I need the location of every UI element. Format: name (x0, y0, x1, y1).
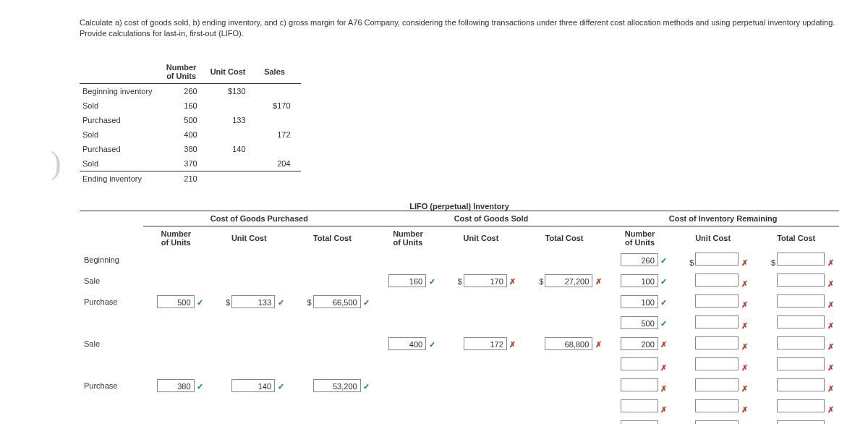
answer-field[interactable]: 160 (388, 274, 426, 287)
tx-units: 210 (163, 171, 208, 186)
grade-mark: ✗ (826, 321, 835, 331)
answer-field[interactable]: 133 (231, 295, 275, 308)
grade-mark: ✗ (740, 342, 749, 352)
answer-field[interactable]: 500 (621, 316, 658, 329)
answer-field[interactable]: 68,800 (545, 337, 592, 350)
main-title: LIFO (perpetual) Inventory (409, 202, 509, 211)
answer-field[interactable] (777, 420, 825, 424)
grade-mark: ✗ (594, 340, 603, 349)
tx-label: Sold (80, 98, 163, 113)
answer-field[interactable] (621, 378, 658, 391)
tx-sales: $170 (256, 98, 301, 113)
grade-mark: ✓ (660, 256, 668, 266)
answer-field[interactable] (621, 420, 658, 424)
grade-mark: ✗ (826, 342, 835, 352)
decorative-paren: ) (51, 145, 61, 182)
answer-field[interactable] (621, 357, 658, 370)
grade-mark: ✗ (509, 340, 517, 349)
answer-field[interactable]: 172 (464, 337, 507, 350)
grade-mark: ✗ (660, 340, 668, 349)
answer-field[interactable] (777, 274, 825, 287)
grade-mark: ✗ (740, 405, 749, 415)
currency-prefix: $ (458, 277, 462, 286)
answer-field[interactable]: 400 (388, 337, 426, 350)
tx-sales (256, 171, 301, 186)
tx-cost (208, 98, 256, 113)
tx-units: 260 (163, 83, 208, 98)
answer-field[interactable]: 170 (464, 274, 507, 287)
section-purchased: Cost of Goods Purchased (143, 211, 375, 226)
answer-field[interactable] (695, 294, 739, 308)
answer-field[interactable] (695, 357, 739, 370)
answer-field[interactable] (777, 378, 825, 391)
grade-mark: ✓ (362, 298, 371, 308)
col-sales: Sales (256, 60, 301, 84)
answer-field[interactable] (695, 253, 739, 266)
tx-sales: 172 (256, 127, 301, 142)
currency-prefix: $ (226, 298, 230, 307)
tx-units: 380 (163, 142, 208, 156)
row-label: Purchase (80, 292, 143, 313)
tx-units: 500 (163, 113, 208, 127)
tx-sales: 204 (256, 156, 301, 171)
tx-label: Purchased (80, 142, 163, 156)
tx-cost (208, 156, 256, 171)
answer-field[interactable]: 260 (621, 253, 658, 266)
answer-field[interactable] (695, 315, 739, 328)
answer-field[interactable] (777, 399, 825, 412)
grade-mark: ✗ (740, 300, 749, 310)
grade-mark: ✗ (740, 258, 749, 268)
answer-field[interactable] (777, 336, 825, 349)
grade-mark: ✓ (362, 382, 371, 391)
currency-prefix: $ (689, 258, 694, 267)
currency-prefix: $ (771, 258, 775, 267)
answer-field[interactable] (777, 357, 825, 370)
answer-field[interactable]: 27,200 (545, 274, 592, 287)
tx-cost: 140 (208, 142, 256, 156)
grade-mark: ✗ (740, 279, 749, 289)
grade-mark: ✗ (826, 279, 835, 289)
tx-cost: $130 (208, 83, 256, 98)
tx-cost (208, 127, 256, 142)
grade-mark: ✗ (826, 258, 835, 268)
answer-field[interactable] (695, 399, 739, 412)
answer-field[interactable]: 200 (621, 337, 658, 350)
tx-label: Purchased (80, 113, 163, 127)
answer-field[interactable] (777, 253, 825, 266)
grade-mark: ✗ (740, 321, 749, 331)
answer-field[interactable]: 380 (157, 379, 195, 392)
answer-field[interactable]: 53,200 (313, 379, 361, 392)
tx-label: Sold (80, 156, 163, 171)
question-prompt: Calculate a) cost of goods sold, b) endi… (80, 17, 839, 40)
col-units: Number of Units (163, 60, 208, 84)
tx-label: Beginning inventory (80, 83, 163, 98)
section-inventory: Cost of Inventory Remaining (607, 211, 839, 226)
answer-field[interactable]: 500 (157, 295, 195, 308)
grade-mark: ✗ (826, 405, 835, 415)
answer-field[interactable] (777, 294, 825, 308)
transactions-table: Number of Units Unit Cost Sales Beginnin… (80, 60, 301, 186)
answer-field[interactable] (695, 336, 739, 349)
grade-mark: ✓ (660, 319, 668, 328)
answer-field[interactable] (621, 399, 658, 412)
row-label: Sale (80, 271, 143, 292)
answer-field[interactable]: 66,500 (313, 295, 361, 308)
currency-prefix: $ (539, 277, 543, 286)
answer-field[interactable]: 100 (621, 274, 658, 287)
grade-mark: ✗ (660, 405, 668, 415)
tx-units: 370 (163, 156, 208, 171)
answer-field[interactable] (695, 420, 739, 424)
row-label: Sale (80, 334, 143, 355)
row-label: Beginning (80, 250, 143, 271)
answer-field[interactable] (695, 274, 739, 287)
grade-mark: ✓ (660, 298, 668, 308)
worksheet-table: Cost of Goods Purchased Cost of Goods So… (80, 211, 839, 424)
answer-field[interactable]: 140 (231, 379, 275, 392)
answer-field[interactable]: 100 (621, 295, 658, 308)
tx-label: Sold (80, 127, 163, 142)
tx-sales (256, 83, 301, 98)
answer-field[interactable] (777, 315, 825, 328)
answer-field[interactable] (695, 378, 739, 391)
grade-mark: ✗ (740, 363, 749, 373)
grade-mark: ✓ (427, 277, 436, 287)
